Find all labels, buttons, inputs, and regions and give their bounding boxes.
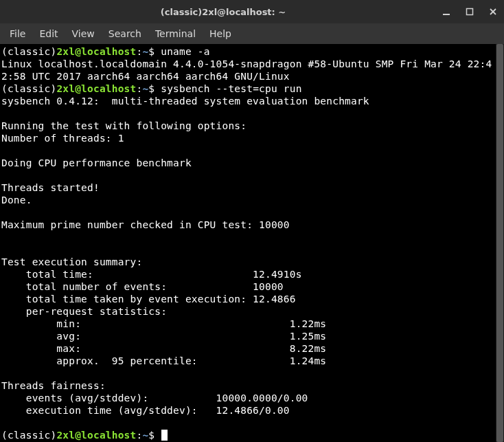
output-uname: Linux localhost.localdomain 4.4.0-1054-s… xyxy=(1,58,492,82)
minimize-icon xyxy=(442,8,450,16)
prompt-dollar: $ xyxy=(148,83,154,94)
close-button[interactable] xyxy=(488,6,499,17)
output-doing: Doing CPU performance benchmark xyxy=(1,157,192,168)
output-started: Threads started! xyxy=(1,182,100,193)
output-p95: approx. 95 percentile: 1.24ms xyxy=(1,355,326,366)
output-total-events: total number of events: 10000 xyxy=(1,281,284,292)
prompt-dollar: $ xyxy=(148,46,154,57)
close-icon xyxy=(489,8,497,16)
output-max: max: 8.22ms xyxy=(1,343,326,354)
output-maxprime: Maximum prime number checked in CPU test… xyxy=(1,219,290,230)
output-total-time: total time: 12.4910s xyxy=(1,269,302,280)
output-per-req-hdr: per-request statistics: xyxy=(1,306,167,317)
menu-search[interactable]: Search xyxy=(103,25,147,42)
maximize-button[interactable] xyxy=(464,6,475,17)
maximize-icon xyxy=(466,8,474,16)
scrollbar-thumb[interactable] xyxy=(496,44,503,442)
window-title: (classic)2xl@localhost: ~ xyxy=(5,7,441,17)
prompt-path: ~ xyxy=(142,83,148,94)
menu-edit[interactable]: Edit xyxy=(34,25,63,42)
scrollbar-track[interactable] xyxy=(496,44,504,442)
menu-file[interactable]: File xyxy=(4,25,31,42)
prompt-path: ~ xyxy=(142,430,148,441)
window-titlebar: (classic)2xl@localhost: ~ xyxy=(0,0,504,23)
output-running: Running the test with following options: xyxy=(1,120,247,131)
prompt-dollar: $ xyxy=(148,430,154,441)
prompt-user-host: 2xl@localhost xyxy=(56,430,136,441)
command-sysbench: sysbench --test=cpu run xyxy=(154,83,301,94)
terminal-cursor xyxy=(161,430,168,441)
output-min: min: 1.22ms xyxy=(1,318,326,329)
prompt-user-host: 2xl@localhost xyxy=(56,46,136,57)
menu-view[interactable]: View xyxy=(67,25,100,42)
output-summary-hdr: Test execution summary: xyxy=(1,256,142,267)
command-uname: uname -a xyxy=(154,46,209,57)
svg-rect-0 xyxy=(443,14,450,15)
menu-help[interactable]: Help xyxy=(204,25,237,42)
output-avg: avg: 1.25ms xyxy=(1,331,326,342)
prompt-user-host: 2xl@localhost xyxy=(56,83,136,94)
output-done: Done. xyxy=(1,195,32,206)
menu-terminal[interactable]: Terminal xyxy=(150,25,201,42)
output-total-exec: total time taken by event execution: 12.… xyxy=(1,294,296,305)
menubar: File Edit View Search Terminal Help xyxy=(0,23,504,44)
output-threads-num: Number of threads: 1 xyxy=(1,133,124,144)
prompt-path: ~ xyxy=(142,46,148,57)
terminal-area[interactable]: (classic)2xl@localhost:~$ uname -a Linux… xyxy=(0,44,504,442)
output-events-fair: events (avg/stddev): 10000.0000/0.00 xyxy=(1,393,308,404)
command-empty xyxy=(154,430,161,441)
minimize-button[interactable] xyxy=(441,6,452,17)
output-fairness-hdr: Threads fairness: xyxy=(1,380,106,391)
window-controls xyxy=(441,6,499,17)
output-sysbench-header: sysbench 0.4.12: multi-threaded system e… xyxy=(1,96,369,107)
prompt-classic: (classic) xyxy=(1,46,56,57)
svg-rect-1 xyxy=(467,9,473,15)
prompt-classic: (classic) xyxy=(1,83,56,94)
prompt-classic: (classic) xyxy=(1,430,56,441)
output-exec-fair: execution time (avg/stddev): 12.4866/0.0… xyxy=(1,405,290,416)
